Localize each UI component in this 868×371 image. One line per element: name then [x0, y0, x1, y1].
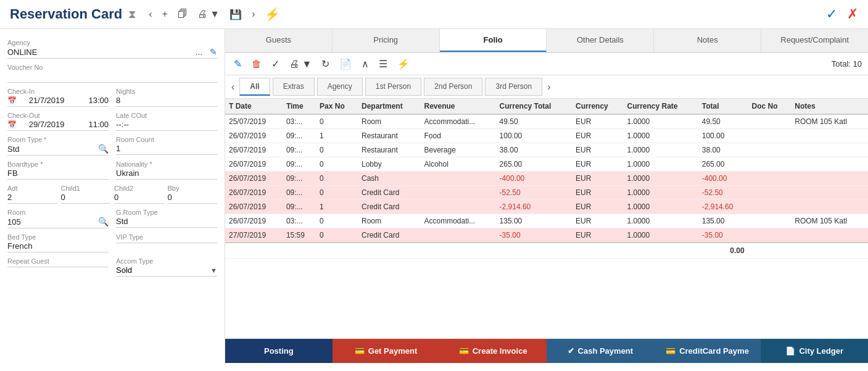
- sub-nav-left[interactable]: ‹: [228, 80, 238, 94]
- tab-guests[interactable]: Guests: [225, 29, 333, 52]
- create-invoice-button[interactable]: 💳 Create Invoice: [439, 339, 547, 363]
- nationality-value: Ukrain: [116, 169, 139, 178]
- print-tool-button[interactable]: 🖨 ▼: [287, 57, 314, 71]
- checkout-label: Check-Out: [7, 112, 109, 119]
- excel-tool-button[interactable]: 📄: [337, 57, 354, 71]
- posting-button[interactable]: Posting: [225, 339, 333, 363]
- tab-pricing[interactable]: Pricing: [333, 29, 440, 52]
- get-payment-label: Get Payment: [368, 346, 417, 356]
- cash-payment-button[interactable]: ✔ Cash Payment: [547, 339, 654, 363]
- groom-type-field: Std: [116, 217, 217, 228]
- child2-value: 0: [114, 193, 118, 202]
- room-field: 105 🔍: [7, 217, 109, 228]
- table-row[interactable]: 26/07/201903:...0RoomAccommodati...135.0…: [225, 214, 868, 228]
- flash-tool-button[interactable]: ⚡: [395, 57, 412, 71]
- sub-tab-all[interactable]: All: [239, 78, 270, 96]
- room-type-search-icon[interactable]: 🔍: [98, 144, 109, 154]
- table-row[interactable]: 26/07/201909:...1RestaurantFood100.00EUR…: [225, 129, 868, 143]
- col-currency: Currency: [572, 99, 623, 114]
- print-button[interactable]: 🖨 ▼: [197, 9, 220, 20]
- checkin-field: 📅 21/7/2019 13:00: [7, 96, 109, 107]
- flash-button[interactable]: ⚡: [265, 7, 280, 22]
- bottom-row: Repeat Guest Accom Type Sold ▼: [7, 252, 217, 277]
- col-time: Time: [283, 99, 316, 114]
- repeat-guest-field: [7, 265, 109, 267]
- grand-total-value: 0.00: [698, 243, 748, 259]
- agency-edit-button[interactable]: ✎: [210, 47, 217, 57]
- table-row[interactable]: 25/07/201903:...0RoomAccommodati...49.50…: [225, 114, 868, 129]
- menu-tool-button[interactable]: ☰: [376, 57, 390, 71]
- adt-label: Adt: [7, 185, 57, 192]
- boardtype-value: FB: [7, 169, 18, 178]
- main-layout: Agency ONLINE ... ✎ Voucher No Check-In …: [0, 29, 868, 363]
- child1-label: Child1: [61, 185, 111, 192]
- accom-type-select[interactable]: Sold: [116, 265, 210, 275]
- checkout-time: 11:00: [88, 120, 109, 129]
- edit-tool-button[interactable]: ✎: [231, 57, 244, 71]
- city-ledger-button[interactable]: 📄 City Ledger: [761, 339, 868, 363]
- tab-folio[interactable]: Folio: [440, 29, 547, 52]
- tab-request-complaint[interactable]: Request/Complaint: [761, 29, 868, 52]
- copy-button[interactable]: 🗍: [178, 9, 188, 20]
- room-type-label: Room Type *: [7, 136, 109, 143]
- boardtype-field: FB: [7, 169, 109, 180]
- sub-tab-extras[interactable]: Extras: [273, 78, 315, 96]
- boardtype-label: Boardtype *: [7, 160, 109, 168]
- cancel-button[interactable]: ✗: [847, 6, 858, 22]
- voucher-input[interactable]: [7, 72, 217, 81]
- child2-field: 0: [114, 193, 164, 204]
- checkin-cal-icon[interactable]: 📅: [7, 96, 17, 105]
- table-row[interactable]: 26/07/201909:...0Cash-400.00EUR1.0000-40…: [225, 172, 868, 186]
- room-label: Room: [7, 209, 109, 216]
- checkout-row: Check-Out 📅 29/7/2019 11:00 Late COut --…: [7, 107, 217, 131]
- table-row[interactable]: 26/07/201909:...1Credit Card-2,914.60EUR…: [225, 200, 868, 214]
- col-t-date: T Date: [225, 99, 283, 114]
- up-tool-button[interactable]: ∧: [359, 57, 371, 71]
- late-cout-label: Late COut: [116, 112, 217, 119]
- table-row[interactable]: 27/07/201915:590Credit Card-35.00EUR1.00…: [225, 228, 868, 243]
- room-count-label: Room Count: [116, 136, 217, 143]
- cash-payment-label: Cash Payment: [578, 346, 634, 356]
- refresh-tool-button[interactable]: ↻: [319, 57, 332, 71]
- main-tabs: GuestsPricingFolioOther DetailsNotesRequ…: [225, 29, 868, 53]
- table-row[interactable]: 26/07/201909:...0RestaurantBeverage38.00…: [225, 143, 868, 157]
- sub-nav-right[interactable]: ›: [544, 80, 554, 94]
- table-row[interactable]: 26/07/201909:...0LobbyAlcohol265.00EUR1.…: [225, 157, 868, 172]
- get-payment-button[interactable]: 💳 Get Payment: [333, 339, 440, 363]
- sub-tab--st-person[interactable]: 1st Person: [365, 78, 421, 96]
- credit-card-button[interactable]: 💳 CreditCard Payme: [654, 339, 761, 363]
- confirm-button[interactable]: ✓: [826, 6, 837, 22]
- checkout-cal-icon[interactable]: 📅: [7, 120, 17, 129]
- checkmark-tool-button[interactable]: ✓: [269, 57, 282, 71]
- room-row: Room 105 🔍 G.Room Type Std: [7, 204, 217, 228]
- late-cout-value: --:--: [116, 120, 129, 129]
- table-row[interactable]: 26/07/201909:...0Credit Card-52.50EUR1.0…: [225, 186, 868, 200]
- city-ledger-icon: 📄: [785, 346, 795, 356]
- save-button[interactable]: 💾: [229, 9, 242, 20]
- tab-notes[interactable]: Notes: [654, 29, 761, 52]
- room-type-row: Room Type * Std 🔍 Room Count 1: [7, 131, 217, 156]
- sub-tab--rd-person[interactable]: 3rd Person: [485, 78, 542, 96]
- folio-table-container: T DateTimePax NoDepartmentRevenueCurrenc…: [225, 99, 868, 338]
- room-search-icon[interactable]: 🔍: [98, 217, 109, 227]
- col-currency-total: Currency Total: [496, 99, 572, 114]
- voucher-label: Voucher No: [7, 64, 217, 71]
- voucher-field: [7, 72, 217, 83]
- groom-type-value: Std: [116, 217, 128, 226]
- sub-tab--nd-person[interactable]: 2nd Person: [424, 78, 482, 96]
- col-revenue: Revenue: [420, 99, 495, 114]
- nav-forward-button[interactable]: ›: [252, 9, 255, 20]
- delete-tool-button[interactable]: 🗑: [249, 57, 264, 71]
- vip-type-label: VIP Type: [116, 233, 217, 241]
- sub-tab-agency[interactable]: Agency: [317, 78, 363, 96]
- agency-dots-button[interactable]: ...: [196, 47, 203, 57]
- history-icon[interactable]: ⧗︎: [128, 8, 136, 21]
- boardtype-row: Boardtype * FB Nationality * Ukrain: [7, 156, 217, 180]
- toolbar-actions: ‹ + 🗍 🖨 ▼ 💾 › ⚡: [149, 7, 826, 22]
- add-button[interactable]: +: [162, 9, 168, 20]
- tab-other-details[interactable]: Other Details: [547, 29, 654, 52]
- left-panel: Agency ONLINE ... ✎ Voucher No Check-In …: [0, 29, 225, 363]
- nav-back-button[interactable]: ‹: [149, 9, 152, 20]
- credit-card-label: CreditCard Payme: [679, 346, 749, 356]
- checkin-label: Check-In: [7, 88, 109, 95]
